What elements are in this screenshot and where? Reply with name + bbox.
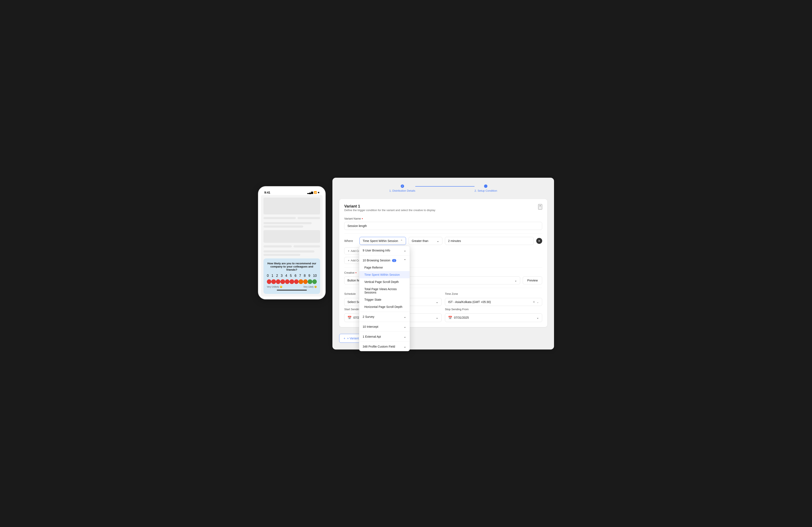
nps-num-4: 4: [285, 274, 287, 278]
clear-timezone-icon[interactable]: ✕: [533, 300, 535, 304]
phone-mockup: 9:41 ▂▄▆ 📶 ■: [258, 186, 325, 299]
dropdown-group-header-intercept[interactable]: 10 Intercept ⌄: [359, 323, 410, 330]
step-1-circle: [401, 184, 404, 188]
condition-operator-select[interactable]: Greater than ⌄: [408, 237, 443, 245]
dropdown-item-vertical-scroll[interactable]: Vertical Page Scroll Depth: [359, 278, 410, 285]
step-2: 2. Setup Condition: [475, 184, 497, 192]
skeleton-line: [293, 245, 320, 247]
battery-icon: ■: [318, 191, 319, 194]
collapse-button[interactable]: ⌃: [538, 204, 542, 210]
dropdown-group-user-browsing: 9 User Browsing Info ⌄: [359, 246, 410, 255]
dot-8[interactable]: [303, 279, 308, 284]
skeleton-row-1: [263, 217, 320, 221]
chevron-down-icon-tz: ⌄: [536, 300, 539, 304]
where-label: Where: [344, 239, 357, 243]
group-label-intercept: 10 Intercept: [363, 325, 378, 328]
variant-name-input[interactable]: [344, 222, 542, 230]
chevron-down-icon-start: ⌄: [436, 316, 438, 319]
chevron-down-icon-group3: ⌄: [404, 315, 406, 318]
calendar-icon-start: 📅: [347, 316, 352, 320]
dot-10[interactable]: [312, 279, 317, 284]
dot-2[interactable]: [276, 279, 280, 284]
right-panel: 1. Distribution Details 2. Setup Conditi…: [332, 178, 554, 349]
nps-numbers: 0 1 2 3 4 5 6 7 8 9 10: [267, 274, 317, 278]
step-2-circle: [484, 184, 488, 188]
skeleton-image: [263, 198, 320, 214]
phone-survey: How likely are you to recommend our comp…: [263, 258, 320, 294]
calendar-icon-stop: 📅: [448, 316, 452, 320]
stop-date-select[interactable]: 📅 07/31/2025 ⌄: [445, 313, 542, 322]
dropdown-group-header-external-api[interactable]: 1 External Api ⌄: [359, 333, 410, 340]
timezone-value: IST - Asia/Kolkata (GMT +05:30): [448, 300, 491, 304]
skeleton-row-2: [263, 245, 320, 249]
dropdown-group-header-user-browsing[interactable]: 9 User Browsing Info ⌄: [359, 247, 410, 254]
dropdown-item-trigger-state[interactable]: Trigger State: [359, 296, 410, 303]
nps-num-7: 7: [299, 274, 301, 278]
dropdown-item-horizontal-scroll[interactable]: Horizontal Page Scroll Depth: [359, 303, 410, 311]
condition-value-input[interactable]: [445, 237, 534, 245]
group-label-profile: 348 Profile Custom Field: [363, 345, 395, 348]
variant-subtitle: Define the trigger condition for the var…: [344, 209, 435, 212]
nps-num-3: 3: [280, 274, 282, 278]
timezone-field: Time Zone IST - Asia/Kolkata (GMT +05:30…: [445, 292, 542, 306]
dropdown-group-intercept: 10 Intercept ⌄: [359, 322, 410, 331]
nps-num-10: 10: [313, 274, 317, 278]
nps-dots: [267, 279, 317, 284]
dropdown-item-time-spent[interactable]: Time Spent Within Session: [359, 271, 410, 278]
dot-4[interactable]: [285, 279, 289, 284]
dropdown-group-browsing-session: 10 Browsing Session 1 ⌃ Page Referrer Ti…: [359, 256, 410, 311]
dropdown-item-page-referrer[interactable]: Page Referrer: [359, 264, 410, 271]
preview-button[interactable]: Preview: [523, 276, 542, 284]
variant-header-text: Variant 1 Define the trigger condition f…: [344, 204, 435, 216]
dot-5[interactable]: [289, 279, 294, 284]
phone-progress: [277, 290, 307, 290]
label-likely: Very Likely 😊: [303, 286, 317, 288]
skeleton-line: [263, 245, 292, 247]
dropdown-group-header-browsing-session[interactable]: 10 Browsing Session 1 ⌃: [359, 257, 410, 264]
clear-condition-button[interactable]: ✕: [536, 238, 542, 244]
plus-icon-variant: +: [344, 336, 345, 340]
dot-3[interactable]: [280, 279, 285, 284]
condition-dropdown: 9 User Browsing Info ⌄ 10 Browsing Sessi…: [359, 246, 410, 351]
timezone-select[interactable]: IST - Asia/Kolkata (GMT +05:30) ✕ ⌄: [445, 298, 542, 306]
divider-1: [344, 233, 542, 234]
timezone-actions: ✕ ⌄: [533, 300, 539, 304]
skeleton-line: [298, 217, 320, 219]
main-container: 9:41 ▂▄▆ 📶 ■: [258, 178, 554, 349]
chevron-down-icon-schedule: ⌄: [436, 300, 438, 304]
timezone-label: Time Zone: [445, 292, 542, 296]
session-badge: 1: [392, 259, 396, 262]
wifi-icon: 📶: [314, 191, 317, 194]
dropdown-group-external-api: 1 External Api ⌄: [359, 332, 410, 341]
step-connector: [415, 186, 475, 186]
stop-date-label: Stop Sending From: [445, 308, 542, 311]
chevron-up-icon-group2: ⌃: [404, 259, 406, 262]
dot-7[interactable]: [299, 279, 303, 284]
chevron-down-icon: ⌄: [437, 239, 439, 243]
stepper: 1. Distribution Details 2. Setup Conditi…: [339, 184, 547, 192]
dot-0[interactable]: [267, 279, 271, 284]
dot-9[interactable]: [308, 279, 312, 284]
dot-6[interactable]: [294, 279, 299, 284]
variant-card: Variant 1 Define the trigger condition f…: [339, 199, 547, 327]
dropdown-group-header-survey[interactable]: 2 Survey ⌄: [359, 313, 410, 320]
group-label-browsing-session: 10 Browsing Session 1: [363, 259, 396, 262]
chevron-down-icon-group6: ⌄: [404, 345, 406, 348]
dot-1[interactable]: [271, 279, 276, 284]
dropdown-item-total-page-views[interactable]: Total Page Views Across Sessions: [359, 285, 410, 296]
group-label-external-api: 1 External Api: [363, 335, 381, 338]
dropdown-group-header-profile[interactable]: 348 Profile Custom Field ⌄: [359, 343, 410, 350]
stop-date-value: 07/31/2025: [454, 316, 469, 319]
nps-num-2: 2: [276, 274, 278, 278]
divider-dd-3: [359, 321, 410, 322]
skeleton-line: [263, 254, 300, 256]
status-bar: 9:41 ▂▄▆ 📶 ■: [261, 189, 323, 195]
condition-field-value: Time Spent Within Session: [363, 239, 398, 243]
skeleton-line: [263, 225, 303, 228]
operator-value: Greater than: [412, 239, 429, 243]
skeleton-block-2: [263, 230, 320, 243]
stop-date-field: Stop Sending From 📅 07/31/2025 ⌄: [445, 308, 542, 322]
chevron-down-icon-group5: ⌄: [404, 335, 406, 338]
condition-field-select[interactable]: Time Spent Within Session ⌃: [360, 237, 406, 245]
plus-icon-2: +: [348, 259, 350, 262]
